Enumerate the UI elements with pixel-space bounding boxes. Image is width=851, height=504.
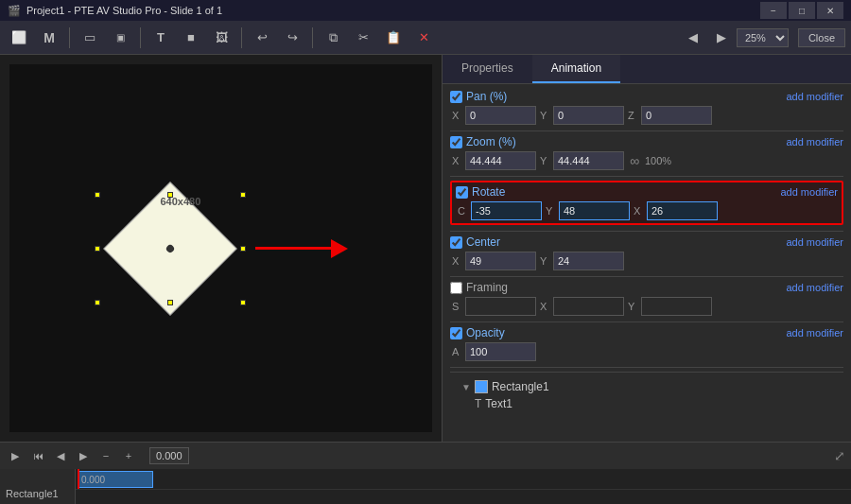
diamond-shape[interactable]: 640x480 xyxy=(103,182,236,315)
pan-fields: X Y Z xyxy=(450,106,843,125)
rotate-title: Rotate xyxy=(472,185,505,199)
redo-button[interactable]: ↪ xyxy=(279,26,305,50)
opacity-add-modifier[interactable]: add modifier xyxy=(786,327,843,339)
pan-checkbox[interactable] xyxy=(450,91,462,103)
mode-button[interactable]: M xyxy=(36,26,62,50)
text-button[interactable]: T xyxy=(148,26,174,50)
zoom-add-modifier[interactable]: add modifier xyxy=(786,136,843,148)
pan-y-label: Y xyxy=(540,110,549,121)
paste-button[interactable]: 📋 xyxy=(380,26,407,50)
play-button[interactable]: ▶ xyxy=(6,446,25,465)
titlebar-left: 🎬 Project1 - PTE AV Studio Pro - Slide 1… xyxy=(8,5,222,17)
timeline-controls: ▶ ⏮ ◀ ▶ − + 0.000 ⤢ xyxy=(0,443,851,469)
timeline-btn-2[interactable]: ⏮ xyxy=(28,446,47,465)
center-x-input[interactable] xyxy=(465,252,536,270)
cut-button[interactable]: ✂ xyxy=(350,26,376,50)
zoom-nav-left[interactable]: ◀ xyxy=(680,26,706,50)
pan-x-label: X xyxy=(452,110,461,121)
rotate-c-input[interactable] xyxy=(471,201,542,220)
obj-tree-item-text[interactable]: T Text1 xyxy=(458,395,836,412)
zoom-y-label: Y xyxy=(540,155,549,166)
pan-z-input[interactable] xyxy=(641,106,712,125)
toolbar-separator-2 xyxy=(140,27,141,48)
maximize-button[interactable]: □ xyxy=(789,2,815,19)
arrow-head xyxy=(331,239,348,258)
pan-header-left: Pan (%) xyxy=(450,90,507,103)
diamond-shape-container: 640x480 xyxy=(95,192,246,305)
framing-checkbox[interactable] xyxy=(450,282,462,294)
next-frame-button[interactable]: ▶ xyxy=(74,446,93,465)
zoom-checkbox[interactable] xyxy=(450,136,462,148)
rotate-section: Rotate add modifier C Y X xyxy=(450,181,843,225)
zoom-in-button[interactable]: + xyxy=(119,446,138,465)
zoom-header: Zoom (%) add modifier xyxy=(450,135,843,148)
remove-button[interactable]: ✕ xyxy=(410,26,437,50)
pan-section: Pan (%) add modifier X Y Z xyxy=(450,90,843,125)
framing-add-modifier[interactable]: add modifier xyxy=(786,282,843,293)
framing-y-input[interactable] xyxy=(641,297,712,316)
zoom-out-button[interactable]: − xyxy=(96,446,115,465)
video-button[interactable]: ▣ xyxy=(107,26,133,50)
handle-topleft[interactable] xyxy=(95,192,100,198)
pan-add-modifier[interactable]: add modifier xyxy=(786,91,843,102)
shape-center-dot xyxy=(165,243,175,253)
framing-header: Framing add modifier xyxy=(450,281,843,294)
framing-s-input[interactable] xyxy=(465,297,536,316)
handle-left[interactable] xyxy=(95,246,100,252)
center-add-modifier[interactable]: add modifier xyxy=(786,236,843,248)
rotate-add-modifier[interactable]: add modifier xyxy=(780,186,838,198)
frame-button[interactable]: ▭ xyxy=(77,26,103,50)
divider-4 xyxy=(450,276,843,277)
timeline-track-label: Rectangle1 xyxy=(6,486,69,501)
zoom-section: Zoom (%) add modifier X Y ∞ 100% xyxy=(450,135,843,170)
tab-properties[interactable]: Properties xyxy=(443,55,532,83)
window-title: Project1 - PTE AV Studio Pro - Slide 1 o… xyxy=(26,5,222,16)
rotate-x-input[interactable] xyxy=(647,201,718,220)
canvas-area: 640x480 xyxy=(0,55,443,442)
pan-x-input[interactable] xyxy=(465,106,536,125)
framing-header-left: Framing xyxy=(450,281,508,294)
handle-right[interactable] xyxy=(240,246,246,252)
zoom-y-input[interactable] xyxy=(553,151,624,170)
handle-topright[interactable] xyxy=(240,192,246,198)
center-y-input[interactable] xyxy=(553,252,624,270)
framing-x-input[interactable] xyxy=(553,297,624,316)
rect-button[interactable]: ■ xyxy=(178,26,204,50)
text-label: Text1 xyxy=(485,397,512,410)
canvas-background: 640x480 xyxy=(9,64,432,432)
close-panel-button[interactable]: Close xyxy=(798,28,845,47)
undo-button[interactable]: ↩ xyxy=(249,26,275,50)
rotate-y-input[interactable] xyxy=(559,201,630,220)
copy-button[interactable]: ⧉ xyxy=(320,26,346,50)
handle-top[interactable] xyxy=(167,192,173,198)
timeline-tracks: Rectangle1 0.000 xyxy=(0,469,851,504)
handle-bottomleft[interactable] xyxy=(95,300,100,305)
obj-tree-item-rectangle[interactable]: ▼ Rectangle1 xyxy=(458,378,836,395)
pan-y-input[interactable] xyxy=(553,106,624,125)
prev-frame-button[interactable]: ◀ xyxy=(51,446,70,465)
toolbar-separator-4 xyxy=(312,27,313,48)
center-checkbox[interactable] xyxy=(450,236,462,249)
timeline-block[interactable]: 0.000 xyxy=(78,471,153,488)
window-close-button[interactable]: ✕ xyxy=(817,2,843,19)
opacity-checkbox[interactable] xyxy=(450,327,462,339)
zoom-nav-right[interactable]: ▶ xyxy=(708,26,735,50)
timeline-track-area[interactable]: 0.000 xyxy=(76,469,851,504)
rotate-checkbox[interactable] xyxy=(456,186,468,199)
new-button[interactable]: ⬜ xyxy=(6,26,32,50)
tab-animation[interactable]: Animation xyxy=(532,55,620,83)
image-button[interactable]: 🖼 xyxy=(208,26,234,50)
zoom-x-input[interactable] xyxy=(465,151,536,170)
titlebar-controls: − □ ✕ xyxy=(760,2,843,19)
opacity-header: Opacity add modifier xyxy=(450,326,843,339)
handle-bottomright[interactable] xyxy=(240,300,246,305)
minimize-button[interactable]: − xyxy=(760,2,787,19)
zoom-select[interactable]: 25% 50% 100% xyxy=(737,28,789,47)
handle-bottom[interactable] xyxy=(167,300,173,305)
opacity-a-input[interactable] xyxy=(465,342,536,361)
timeline-expand-icon[interactable]: ⤢ xyxy=(834,448,845,463)
zoom-link-icon[interactable]: ∞ xyxy=(630,153,639,168)
timeline-cursor[interactable] xyxy=(78,469,79,489)
app-icon: 🎬 xyxy=(8,5,21,17)
text-type-icon: T xyxy=(475,397,481,410)
